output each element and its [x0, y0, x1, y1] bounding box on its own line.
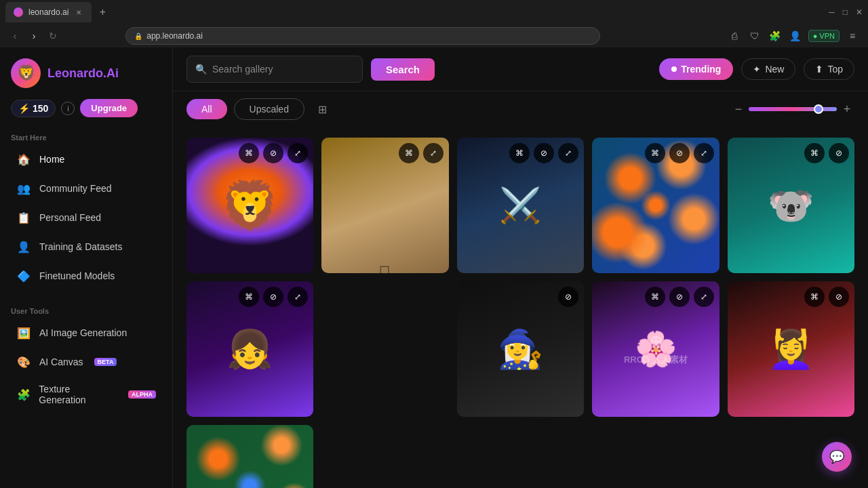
- sidebar-item-personal-feed[interactable]: 📋 Personal Feed: [5, 203, 167, 232]
- gallery-item-anime-girl[interactable]: ⌘ ⊘ ⤢: [186, 281, 313, 417]
- lightning-icon: ⚡: [18, 103, 30, 114]
- grid-view-icon[interactable]: ⊞: [318, 103, 327, 116]
- chat-icon: 💬: [829, 449, 844, 464]
- slash-btn-colorhair[interactable]: ⊘: [829, 287, 849, 307]
- gallery-item-floral2[interactable]: [186, 425, 313, 488]
- cmd-btn-warrior[interactable]: ⌘: [509, 143, 530, 163]
- top-bar: 🔍 Search gallery Search Trending ✦ New ⬆…: [173, 47, 868, 92]
- credits-amount: 150: [33, 103, 48, 114]
- cmd-btn-lion[interactable]: ⌘: [239, 143, 259, 163]
- gallery-item-lion[interactable]: ⌘ ⊘ ⤢: [186, 138, 313, 273]
- slash-btn-flowers[interactable]: ⊘: [669, 143, 690, 163]
- tab-bar: leonardo.ai ✕ + ─ □ ✕: [0, 0, 868, 24]
- alpha-badge: ALPHA: [128, 390, 156, 399]
- item-overlay-flowers: ⌘ ⊘ ⤢: [645, 143, 714, 163]
- active-tab[interactable]: leonardo.ai ✕: [5, 2, 92, 22]
- back-btn[interactable]: ‹: [8, 29, 22, 43]
- trending-label: Trending: [681, 64, 721, 75]
- sidebar-item-texture[interactable]: 🧩 Texture Generation ALPHA: [5, 377, 167, 412]
- minimize-btn[interactable]: ─: [829, 7, 835, 17]
- expand-btn-hiero[interactable]: ⤢: [423, 143, 443, 163]
- gallery-item-flowers[interactable]: ⌘ ⊘ ⤢: [592, 138, 719, 273]
- sidebar-label-texture: Texture Generation: [39, 384, 117, 405]
- close-btn[interactable]: ✕: [856, 7, 863, 17]
- main-content: 🔍 Search gallery Search Trending ✦ New ⬆…: [173, 47, 868, 488]
- expand-btn-lion[interactable]: ⤢: [288, 143, 308, 163]
- expand-btn-pink[interactable]: ⤢: [694, 287, 714, 307]
- search-button[interactable]: Search: [371, 58, 435, 81]
- filter-upscaled-btn[interactable]: Upscaled: [234, 98, 304, 120]
- slash-btn-lion[interactable]: ⊘: [263, 143, 283, 163]
- zoom-slider-container: − +: [731, 102, 854, 117]
- zoom-plus-btn[interactable]: +: [840, 102, 854, 117]
- slash-btn-pink[interactable]: ⊘: [669, 287, 690, 307]
- search-wrapper: 🔍 Search gallery: [186, 56, 363, 83]
- cmd-btn-colorhair[interactable]: ⌘: [804, 287, 825, 307]
- menu-btn[interactable]: ≡: [845, 28, 860, 43]
- extension-btn[interactable]: 🧩: [768, 28, 783, 43]
- profile-btn[interactable]: 👤: [788, 28, 803, 43]
- url-bar[interactable]: 🔒 app.leonardo.ai: [125, 27, 600, 45]
- filter-all-btn[interactable]: All: [186, 99, 227, 119]
- sidebar-label-personal: Personal Feed: [39, 212, 101, 223]
- shield-btn[interactable]: 🛡: [747, 28, 762, 43]
- tab-close-btn[interactable]: ✕: [74, 7, 83, 17]
- credits-row: ⚡ 150 i Upgrade: [0, 99, 172, 128]
- community-icon: 👥: [16, 181, 31, 196]
- finetuned-icon: 🔷: [16, 268, 31, 283]
- forward-btn[interactable]: ›: [27, 29, 41, 43]
- gallery-item-hieroglyphs[interactable]: ⌘ ⤢: [321, 138, 448, 273]
- sidebar: 🦁 Leonardo.Ai ⚡ 150 i Upgrade Start Here…: [0, 47, 173, 488]
- gallery-item-koala[interactable]: ⌘ ⊘: [728, 138, 854, 273]
- new-button[interactable]: ✦ New: [741, 58, 795, 80]
- new-tab-btn[interactable]: +: [94, 4, 111, 20]
- sidebar-label-training: Training & Datasets: [39, 241, 122, 252]
- cmd-btn-koala[interactable]: ⌘: [804, 143, 825, 163]
- address-bar: ‹ › ↻ 🔒 app.leonardo.ai ⎙ 🛡 🧩 👤 ● VPN ≡: [0, 24, 868, 47]
- expand-btn-warrior[interactable]: ⤢: [558, 143, 578, 163]
- gallery-item-pink-girl[interactable]: ⌘ ⊘ ⤢ ⊕ RRCG 人人素材: [592, 281, 719, 417]
- zoom-slider[interactable]: [749, 107, 837, 111]
- sidebar-item-finetuned[interactable]: 🔷 Finetuned Models: [5, 262, 167, 290]
- search-placeholder: Search gallery: [212, 64, 273, 75]
- share-btn[interactable]: ⎙: [727, 28, 742, 43]
- gallery-item-dark-warrior[interactable]: ⊘: [457, 281, 584, 417]
- cmd-btn-flowers[interactable]: ⌘: [645, 143, 665, 163]
- user-tools-label: User Tools: [0, 302, 172, 318]
- lock-icon: 🔒: [134, 33, 142, 40]
- training-icon: 👤: [16, 239, 31, 254]
- slash-btn-warrior[interactable]: ⊘: [534, 143, 554, 163]
- slash-btn-koala[interactable]: ⊘: [829, 143, 849, 163]
- zoom-handle[interactable]: [814, 104, 823, 114]
- upgrade-button[interactable]: Upgrade: [80, 99, 138, 117]
- trending-button[interactable]: Trending: [659, 58, 733, 80]
- sidebar-item-ai-canvas[interactable]: 🎨 AI Canvas BETA: [5, 348, 167, 376]
- filter-bar: All Upscaled ⊞ − +: [173, 92, 868, 127]
- refresh-btn[interactable]: ↻: [46, 29, 60, 43]
- sidebar-item-home[interactable]: 🏠 Home: [5, 145, 167, 174]
- sidebar-item-community-feed[interactable]: 👥 Community Feed: [5, 174, 167, 203]
- zoom-minus-btn[interactable]: −: [731, 102, 746, 117]
- gallery-item-warrior[interactable]: ⌘ ⊘ ⤢: [457, 138, 584, 273]
- slash-btn-anime[interactable]: ⊘: [263, 287, 283, 307]
- cmd-btn-pink[interactable]: ⌘: [645, 287, 665, 307]
- window-controls: ─ □ ✕: [829, 7, 863, 17]
- gallery-image-floral2: [186, 425, 313, 488]
- cmd-btn-anime[interactable]: ⌘: [239, 287, 259, 307]
- expand-btn-anime[interactable]: ⤢: [288, 287, 308, 307]
- gallery-grid: ⌘ ⊘ ⤢ ⌘ ⤢ ⌘ ⊘: [186, 138, 854, 488]
- cmd-btn-hiero[interactable]: ⌘: [399, 143, 419, 163]
- top-button[interactable]: ⬆ Top: [804, 58, 854, 80]
- browser-actions: ⎙ 🛡 🧩 👤 ● VPN ≡: [727, 28, 860, 43]
- expand-btn-flowers[interactable]: ⤢: [694, 143, 714, 163]
- info-btn[interactable]: i: [61, 102, 75, 115]
- sidebar-item-training[interactable]: 👤 Training & Datasets: [5, 232, 167, 261]
- slash-btn-dark[interactable]: ⊘: [558, 287, 578, 307]
- gallery-item-color-hair[interactable]: ⌘ ⊘: [728, 281, 854, 417]
- item-overlay-anime: ⌘ ⊘ ⤢: [239, 287, 308, 307]
- new-label: New: [765, 64, 784, 75]
- sidebar-item-ai-image[interactable]: 🖼️ AI Image Generation: [5, 319, 167, 347]
- sidebar-label-finetuned: Finetuned Models: [39, 270, 115, 281]
- chat-button[interactable]: 💬: [822, 442, 852, 472]
- maximize-btn[interactable]: □: [843, 7, 848, 17]
